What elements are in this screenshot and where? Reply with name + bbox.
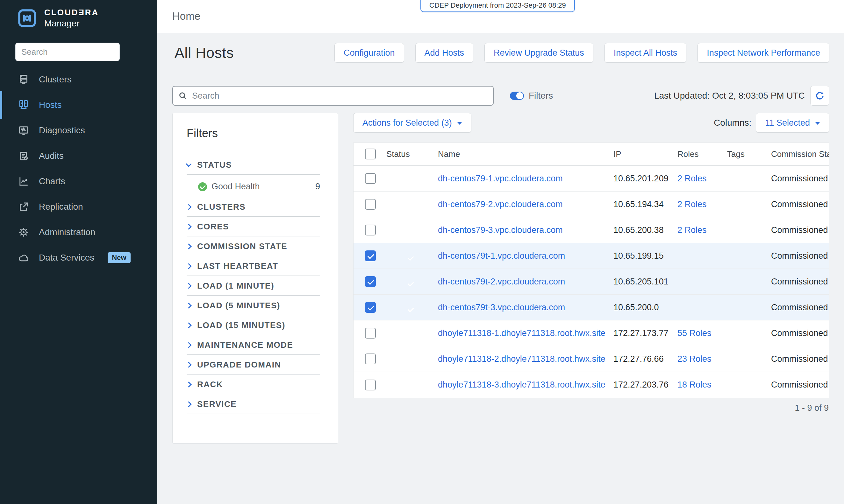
host-name-link[interactable]: dh-centos79-1.vpc.cloudera.com (438, 174, 614, 184)
filter-section-header[interactable]: SERVICE (187, 398, 320, 410)
sidebar-item-data-services[interactable]: Data ServicesNew (0, 245, 157, 270)
chevron-right-icon (186, 283, 191, 289)
host-roles-link[interactable]: 55 Roles (677, 328, 727, 338)
host-name-link[interactable]: dh-centos79-3.vpc.cloudera.com (438, 225, 614, 235)
host-roles-link[interactable]: 2 Roles (677, 199, 727, 209)
sidebar-item-label: Charts (39, 176, 65, 186)
filter-section-header[interactable]: COMMISSION STATE (187, 240, 320, 252)
chevron-right-icon (186, 362, 191, 367)
host-roles-link[interactable]: 23 Roles (677, 354, 727, 364)
filter-section-header[interactable]: CLUSTERS (187, 201, 320, 213)
brand: CLOUDƎRA Manager (0, 0, 157, 29)
work-area: Filters STATUSGood Health9CLUSTERSCORESC… (172, 113, 829, 444)
row-checkbox[interactable] (365, 199, 376, 210)
filters-toggle[interactable] (510, 92, 524, 100)
column-header-commission[interactable]: Commission State (771, 149, 829, 159)
sidebar-item-label: Administration (39, 227, 95, 237)
row-checkbox[interactable] (365, 354, 376, 364)
filter-section-header[interactable]: LOAD (5 MINUTES) (187, 300, 320, 311)
host-name-link[interactable]: dh-centos79t-3.vpc.cloudera.com (438, 303, 614, 312)
columns-selector-dropdown[interactable]: 11 Selected (756, 113, 829, 133)
filter-section-header[interactable]: LOAD (1 MINUTE) (187, 280, 320, 291)
brand-product: Manager (44, 18, 99, 29)
sidebar-item-charts[interactable]: Charts (0, 169, 157, 194)
replication-icon (17, 200, 30, 213)
table-row: dhoyle711318-1.dhoyle711318.root.hwx.sit… (354, 320, 829, 346)
filter-section-header[interactable]: LAST HEARTBEAT (187, 260, 320, 272)
actions-for-selected-dropdown[interactable]: Actions for Selected (3) (353, 113, 471, 133)
status-cell (386, 201, 438, 207)
review-upgrade-status-button[interactable]: Review Upgrade Status (484, 43, 593, 63)
brand-text: CLOUDƎRA Manager (44, 7, 99, 29)
host-roles-link[interactable]: 2 Roles (677, 225, 727, 235)
row-checkbox[interactable] (365, 302, 376, 313)
row-checkbox[interactable] (365, 250, 376, 261)
filter-section-header[interactable]: LOAD (15 MINUTES) (187, 320, 320, 331)
sidebar-item-administration[interactable]: Administration (0, 219, 157, 245)
brand-name: CLOUDƎRA (44, 7, 99, 18)
sidebar-item-clusters[interactable]: Clusters (0, 67, 157, 92)
table-row: dh-centos79t-1.vpc.cloudera.com10.65.199… (354, 243, 829, 269)
filter-option[interactable]: Good Health9 (187, 182, 320, 192)
row-checkbox[interactable] (365, 328, 376, 339)
sidebar-item-diagnostics[interactable]: Diagnostics (0, 118, 157, 143)
inspect-all-hosts-button[interactable]: Inspect All Hosts (604, 43, 687, 63)
row-checkbox[interactable] (365, 276, 376, 287)
chevron-right-icon (186, 303, 191, 308)
status-cell (386, 356, 438, 362)
chevron-right-icon (186, 224, 191, 229)
host-name-link[interactable]: dhoyle711318-2.dhoyle711318.root.hwx.sit… (438, 354, 614, 364)
refresh-button[interactable] (810, 86, 829, 106)
column-header-tags[interactable]: Tags (727, 149, 771, 159)
sidebar-item-audits[interactable]: Audits (0, 143, 157, 169)
filter-section-header[interactable]: RACK (187, 379, 320, 390)
column-header-ip[interactable]: IP (614, 149, 677, 159)
filter-section-header[interactable]: MAINTENANCE MODE (187, 339, 320, 350)
row-checkbox[interactable] (365, 380, 376, 391)
column-header-roles[interactable]: Roles (677, 149, 727, 159)
inspect-network-performance-button[interactable]: Inspect Network Performance (697, 43, 829, 63)
filters-panel-title: Filters (187, 127, 320, 140)
status-cell (386, 227, 438, 233)
status-cell (386, 176, 438, 181)
hosts-search-input[interactable] (191, 87, 493, 105)
select-all-checkbox[interactable] (365, 149, 376, 159)
divider (187, 236, 320, 236)
column-header-name[interactable]: Name (438, 149, 614, 159)
filter-section-header[interactable]: CORES (187, 221, 320, 232)
toggle-knob (516, 92, 523, 99)
filter-section-load-1-minute-: LOAD (1 MINUTE) (187, 280, 320, 295)
chevron-right-icon (186, 204, 191, 210)
chevron-right-icon (186, 244, 191, 249)
add-hosts-button[interactable]: Add Hosts (415, 43, 473, 63)
filter-section-maintenance-mode: MAINTENANCE MODE (187, 339, 320, 355)
column-header-status[interactable]: Status (386, 149, 438, 159)
configuration-button[interactable]: Configuration (334, 43, 404, 63)
host-ip: 10.65.201.209 (614, 174, 677, 184)
host-name-link[interactable]: dhoyle711318-3.dhoyle711318.root.hwx.sit… (438, 380, 614, 390)
host-roles-link[interactable]: 2 Roles (677, 174, 727, 184)
row-checkbox[interactable] (365, 224, 376, 235)
chevron-right-icon (186, 381, 191, 387)
host-name-link[interactable]: dh-centos79t-1.vpc.cloudera.com (438, 251, 614, 261)
host-roles-link[interactable]: 18 Roles (677, 380, 727, 390)
filter-section-header[interactable]: STATUS (187, 159, 320, 170)
sidebar-search-input[interactable] (15, 43, 120, 61)
filter-section-upgrade-domain: UPGRADE DOMAIN (187, 359, 320, 375)
sidebar-item-hosts[interactable]: Hosts (0, 92, 157, 118)
host-name-link[interactable]: dh-centos79-2.vpc.cloudera.com (438, 199, 614, 209)
host-ip: 10.65.200.0 (614, 303, 677, 312)
row-checkbox[interactable] (365, 173, 376, 184)
filter-section-header[interactable]: UPGRADE DOMAIN (187, 359, 320, 371)
sidebar-item-label: Data Services (39, 253, 94, 263)
home-breadcrumb[interactable]: Home (157, 0, 200, 33)
host-name-link[interactable]: dh-centos79t-2.vpc.cloudera.com (438, 277, 614, 287)
good-health-icon (198, 182, 207, 191)
status-cell (386, 279, 438, 285)
commission-state: Commissioned (771, 328, 829, 338)
host-name-link[interactable]: dhoyle711318-1.dhoyle711318.root.hwx.sit… (438, 328, 614, 338)
host-ip: 172.27.173.77 (614, 328, 677, 338)
sidebar-item-replication[interactable]: Replication (0, 194, 157, 219)
hosts-search-box[interactable] (172, 86, 494, 106)
commission-state: Commissioned (771, 225, 829, 235)
